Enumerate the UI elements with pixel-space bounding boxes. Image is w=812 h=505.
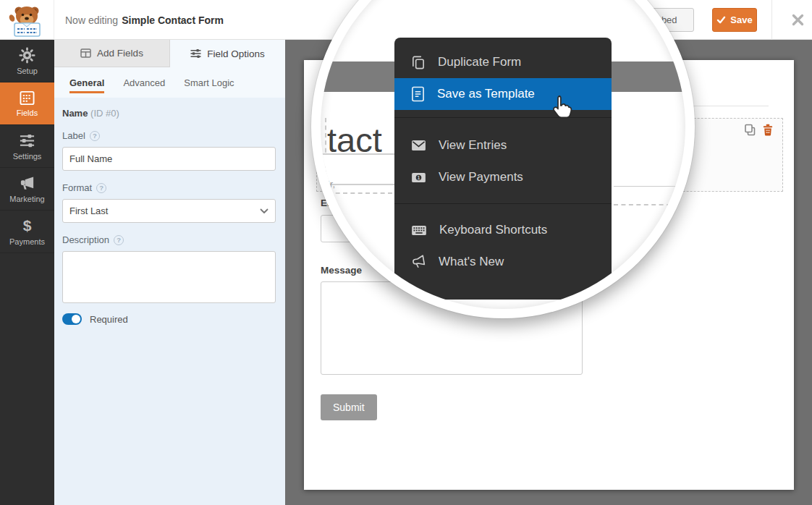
check-icon	[716, 16, 726, 24]
nav-item-fields[interactable]: Fields	[0, 82, 54, 125]
subtab-smart-logic[interactable]: Smart Logic	[184, 67, 234, 98]
duplicate-field-icon[interactable]	[744, 124, 756, 139]
menu-item-keyboard-shortcuts[interactable]: Keyboard Shortcuts	[394, 214, 612, 246]
magnified-title-underline	[614, 186, 685, 187]
menu-item-whats-new[interactable]: What's New	[394, 246, 612, 278]
magnified-sublabel-fragment: Fir,	[322, 179, 335, 190]
nav-item-setup[interactable]: Setup	[0, 40, 54, 82]
sliders-icon	[19, 132, 35, 149]
keyboard-icon	[411, 225, 427, 236]
options-subtabs: General Advanced Smart Logic	[54, 67, 285, 98]
delete-field-icon[interactable]	[762, 124, 774, 139]
message-field-label: Message	[321, 265, 362, 276]
wpforms-builder: Now editing Simple Contact Form ? Embed …	[0, 0, 812, 505]
description-option-label: Description ?	[62, 234, 276, 245]
megaphone-icon	[19, 175, 35, 192]
payments-money-icon: 1	[411, 172, 426, 183]
nav-item-payments[interactable]: $ Payments	[0, 211, 54, 253]
format-select[interactable]: First Last	[62, 199, 276, 223]
entries-envelope-icon	[411, 140, 426, 151]
form-fields-icon	[19, 90, 35, 106]
svg-text:$: $	[23, 218, 32, 234]
form-name: Simple Contact Form	[122, 14, 224, 26]
menu-item-view-payments[interactable]: 1 View Payments	[394, 161, 612, 193]
gear-icon	[19, 47, 35, 64]
menu-item-duplicate-form[interactable]: Duplicate Form	[394, 46, 612, 78]
required-toggle-row: Required	[62, 313, 276, 325]
field-heading: Name (ID #0)	[62, 108, 276, 119]
description-textarea[interactable]	[62, 251, 276, 303]
whats-new-megaphone-icon	[410, 253, 427, 270]
dollar-icon: $	[19, 218, 35, 234]
subtab-advanced[interactable]: Advanced	[123, 67, 165, 98]
bear-logo-icon	[8, 3, 46, 38]
close-icon	[792, 14, 804, 26]
nav-item-settings[interactable]: Settings	[0, 125, 54, 168]
menu-item-view-entries[interactable]: View Entries	[394, 130, 612, 161]
field-options-icon	[190, 48, 201, 59]
form-actions-menu: Duplicate Form Save as Template	[394, 38, 612, 300]
label-option-label: Label ?	[62, 130, 276, 141]
required-toggle[interactable]	[62, 313, 82, 325]
help-tooltip-icon[interactable]: ?	[96, 183, 106, 193]
help-tooltip-icon[interactable]: ?	[114, 235, 124, 245]
toolbar-divider	[771, 0, 772, 40]
magnified-dashed-border	[614, 204, 685, 205]
svg-text:1: 1	[418, 175, 420, 180]
format-option-label: Format ?	[62, 182, 276, 193]
help-tooltip-icon[interactable]: ?	[90, 131, 100, 141]
app-logo	[0, 0, 54, 40]
panel-tabs: Add Fields Field Options	[54, 40, 285, 67]
now-editing-status: Now editing Simple Contact Form	[65, 0, 224, 40]
tab-field-options[interactable]: Field Options	[170, 40, 285, 67]
template-icon	[411, 86, 425, 102]
save-button[interactable]: Save	[712, 8, 757, 32]
close-builder-button[interactable]	[783, 0, 812, 40]
menu-divider	[394, 117, 612, 118]
magnified-dashed-border	[321, 192, 392, 194]
subtab-general[interactable]: General	[69, 67, 104, 98]
label-input[interactable]	[62, 147, 276, 171]
submit-button-preview[interactable]: Submit	[321, 394, 377, 420]
nav-item-marketing[interactable]: Marketing	[0, 168, 54, 211]
chevron-down-icon	[260, 208, 268, 214]
magnifier-lens-content: tact Fir, Duplicate Form	[321, 0, 685, 309]
add-fields-icon	[80, 48, 91, 58]
mouse-cursor-hand	[550, 94, 573, 124]
menu-item-save-as-template[interactable]: Save as Template	[394, 78, 612, 110]
tab-add-fields[interactable]: Add Fields	[54, 40, 170, 67]
field-options-panel: Add Fields Field Options	[54, 40, 285, 505]
builder-nav: Setup Fields	[0, 40, 54, 505]
menu-divider	[394, 203, 612, 204]
duplicate-icon	[411, 55, 426, 70]
field-options-body: Name (ID #0) Label ? Format ? First Last…	[54, 98, 285, 325]
